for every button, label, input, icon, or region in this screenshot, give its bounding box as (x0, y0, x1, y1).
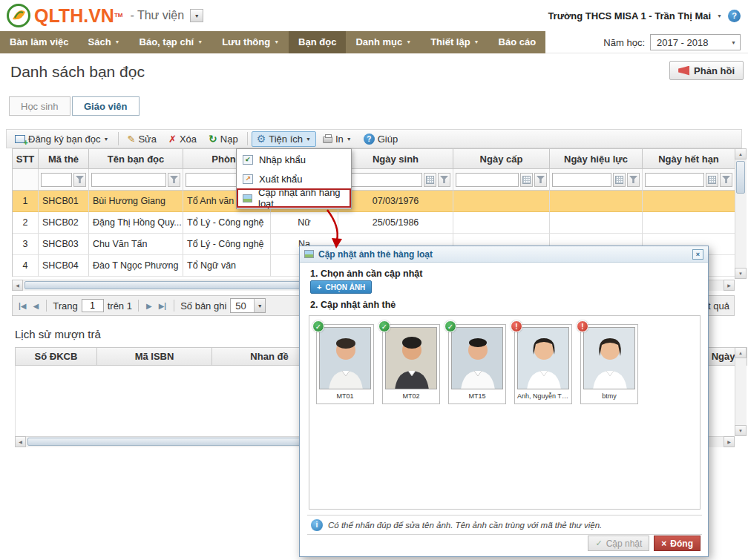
pager-separator (46, 300, 47, 312)
choose-photos-button[interactable]: + CHỌN ẢNH (310, 280, 372, 294)
chevron-down-icon: ▼ (104, 136, 109, 142)
error-badge-icon: ! (511, 320, 522, 332)
utilities-button[interactable]: ⚙ Tiện ích ▼ (252, 131, 316, 147)
filter-funnel-button[interactable] (168, 173, 180, 187)
edit-button[interactable]: ✎ Sửa (122, 131, 163, 147)
update-button[interactable]: ✓ Cập nhật (588, 536, 649, 551)
arrow-up-icon: ▲ (738, 351, 743, 355)
scroll-up-button[interactable]: ▲ (735, 347, 747, 358)
calendar-button[interactable] (706, 173, 718, 187)
import-icon: ↙ (243, 155, 253, 165)
printer-icon (323, 136, 332, 143)
scroll-down-button[interactable]: ▼ (735, 425, 747, 436)
logo-text-main: QLTH.VN (34, 5, 114, 26)
col-header-stt[interactable]: STT (13, 148, 39, 169)
filter-funnel-button[interactable] (534, 173, 547, 187)
scrollbar-thumb[interactable] (736, 161, 745, 194)
history-vertical-scrollbar[interactable] (735, 347, 747, 436)
cell-ngay-hieu-luc (550, 212, 643, 234)
account-chevron-down-icon[interactable]: ▼ (717, 13, 722, 19)
register-reader-button[interactable]: Đăng ký bạn đọc ▼ (10, 131, 114, 147)
scroll-left-button[interactable]: ◀ (12, 280, 23, 291)
col-header-so-dkcb[interactable]: Số ĐKCB (16, 347, 97, 366)
records-per-page-select[interactable]: 50 ▼ (230, 298, 266, 313)
menu-item-cap-nhat-anh-hang-loat[interactable]: Cập nhật ảnh hàng loạt (237, 188, 351, 208)
filter-input-ngay-cap[interactable] (456, 173, 519, 187)
filter-input-ma-the[interactable] (41, 173, 72, 187)
nav-item-sach[interactable]: Sách▼ (79, 31, 130, 53)
portrait-photo (319, 327, 371, 389)
filter-funnel-button[interactable] (73, 173, 86, 187)
tab-giao-vien[interactable]: Giáo viên (72, 96, 140, 116)
photo-card[interactable]: ✓ MT02 (382, 324, 440, 404)
calendar-button[interactable] (613, 173, 626, 187)
nav-item-ban-lam-viec[interactable]: Bàn làm việc (0, 31, 79, 53)
photo-card[interactable]: ✓ MT15 (448, 324, 506, 404)
scroll-down-button[interactable]: ▼ (735, 268, 747, 279)
col-header-ngay-het-han[interactable]: Ngày hết hạn (643, 148, 735, 169)
first-page-button[interactable]: |◀ (17, 302, 28, 310)
photo-card[interactable]: ✓ MT01 (316, 324, 374, 404)
col-header-ngay-hieu-luc[interactable]: Ngày hiệu lực (550, 148, 643, 169)
close-icon[interactable]: × (692, 249, 703, 260)
calendar-button[interactable] (424, 173, 436, 187)
hint-text: Có thể nhấn đúp để sửa tên ảnh. Tên ảnh … (328, 521, 602, 530)
table-row[interactable]: 1 SHCB01 Bùi Hương Giang Tổ Anh văn 07/0… (13, 191, 735, 212)
filter-input-ngay-het-han[interactable] (645, 173, 704, 187)
next-page-button[interactable]: ▶ (145, 302, 154, 310)
school-year-select[interactable]: 2017 - 2018 ▼ (650, 34, 741, 50)
feedback-button[interactable]: Phản hồi (669, 61, 744, 80)
photo-caption: Anh, Nguyễn Thị L... (517, 391, 569, 401)
filter-funnel-button[interactable] (438, 173, 450, 187)
scroll-left-button[interactable]: ◀ (15, 436, 26, 447)
print-button[interactable]: In ▼ (318, 131, 357, 147)
calendar-button[interactable] (520, 173, 533, 187)
filter-funnel-button[interactable] (627, 173, 640, 187)
col-header-ma-the[interactable]: Mã thẻ (39, 148, 89, 169)
col-header-ten-ban-doc[interactable]: Tên bạn đọc (89, 148, 183, 169)
plus-icon: + (317, 283, 321, 291)
filter-input-ngay-sinh[interactable] (341, 173, 422, 187)
col-header-ngay-cap[interactable]: Ngày cấp (453, 148, 550, 169)
filter-input-ten[interactable] (91, 173, 166, 187)
help-button[interactable]: ? Giúp (358, 131, 403, 147)
page-number-input[interactable] (82, 299, 104, 312)
last-page-button[interactable]: ▶| (157, 302, 168, 310)
photo-card[interactable]: ! Anh, Nguyễn Thị L... (514, 324, 572, 404)
scroll-up-button[interactable]: ▲ (735, 148, 747, 159)
scroll-right-button[interactable]: ▶ (724, 280, 735, 291)
nav-item-thiet-lap[interactable]: Thiết lập▼ (421, 31, 488, 53)
qlth-logo[interactable]: QLTH.VNTM (6, 3, 122, 28)
table-row[interactable]: 2 SHCB02 Đặng Thị Hồng Quy... Tổ Lý - Cô… (13, 212, 735, 234)
col-header-ma-isbn[interactable]: Mã ISBN (97, 347, 212, 366)
filter-funnel-button[interactable] (720, 173, 732, 187)
scroll-right-button[interactable]: ▶ (724, 436, 735, 447)
module-name: - Thư viện (130, 9, 184, 22)
delete-x-icon: ✗ (168, 134, 177, 144)
choose-photos-label: CHỌN ẢNH (325, 283, 365, 291)
module-switcher-dropdown[interactable]: ▼ (190, 9, 203, 22)
delete-button[interactable]: ✗ Xóa (163, 131, 202, 147)
nav-item-danh-muc[interactable]: Danh mục▼ (346, 31, 421, 53)
menu-item-xuat-khau[interactable]: ↗ Xuất khẩu (237, 169, 351, 188)
nav-item-luu-thong[interactable]: Lưu thông▼ (212, 31, 289, 53)
cell-stt: 3 (13, 234, 39, 255)
reload-button[interactable]: ↻ Nạp (203, 131, 243, 147)
cell-ma-the: SHCB04 (39, 255, 89, 277)
nav-item-ban-doc[interactable]: Bạn đọc (289, 31, 346, 53)
col-header-ngay-sinh[interactable]: Ngày sinh (338, 148, 453, 169)
arrow-right-icon: ▶ (727, 439, 731, 444)
account-name[interactable]: Trường THCS MISA 1 - Trần Thị Mai (548, 10, 711, 22)
help-icon[interactable]: ? (728, 10, 741, 22)
nav-item-bao-cao[interactable]: Báo cáo (489, 31, 546, 53)
tab-hoc-sinh[interactable]: Học sinh (9, 96, 70, 116)
close-dialog-button[interactable]: × Đóng (654, 536, 701, 551)
menu-item-nhap-khau[interactable]: ↙ Nhập khẩu (237, 150, 351, 169)
nav-item-bao-tap-chi[interactable]: Báo, tạp chí▼ (130, 31, 213, 53)
dialog-title-bar[interactable]: Cập nhật ảnh thẻ hàng loạt × (300, 246, 708, 263)
filter-input-ngay-hieu-luc[interactable] (552, 173, 611, 187)
photo-card[interactable]: ! btmy (580, 324, 638, 404)
export-icon: ↗ (243, 174, 253, 184)
cell-ma-the: SHCB01 (39, 191, 89, 212)
prev-page-button[interactable]: ◀ (32, 302, 41, 310)
